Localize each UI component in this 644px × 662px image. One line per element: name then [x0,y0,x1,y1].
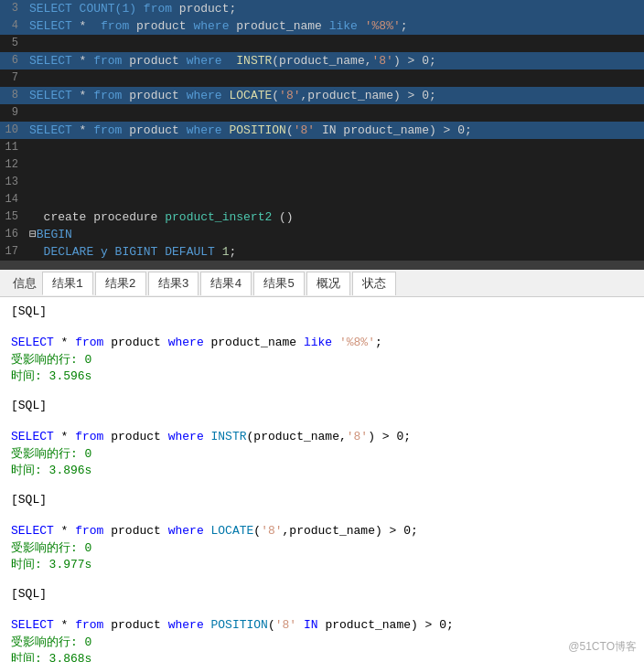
affected-rows: 受影响的行: 0 [11,351,633,368]
result-block: [SQL]SELECT * from product where INSTR(p… [11,399,633,478]
code-line-17: 17 DECLARE y BIGINT DEFAULT 1; [0,243,644,261]
sql-label: [SQL] [11,304,633,318]
line-content: SELECT * from product where product_name… [26,17,644,35]
line-content: SELECT * from product where POSITION('8'… [26,122,644,139]
code-line-13: 13 [0,174,644,191]
time-label: 时间: 3.977s [11,556,633,572]
tab-bar: 信息 结果1结果2结果3结果4结果5概况状态 [0,270,644,297]
sql-label: [SQL] [11,587,633,601]
sql-code: SELECT * from product where product_name… [11,336,633,349]
sql-label: [SQL] [11,399,633,412]
result-block: [SQL]SELECT * from product where product… [11,304,633,384]
tab-info-label: 信息 [7,272,42,295]
line-number: 17 [0,243,26,261]
line-number: 5 [0,35,26,52]
code-line-5: 5 [0,35,644,52]
code-line-11: 11 [0,139,644,156]
line-content: SELECT * from product where INSTR(produc… [26,52,644,69]
line-content: create procedure product_insert2 () [26,208,644,226]
sql-code: SELECT * from product where POSITION('8'… [11,618,633,632]
time-label: 时间: 3.596s [11,368,633,384]
tab-结果3[interactable]: 结果3 [148,272,199,295]
code-lines: 3SELECT COUNT(1) from product;4SELECT * … [0,0,644,261]
sql-code: SELECT * from product where INSTR(produc… [11,430,633,443]
tab-状态[interactable]: 状态 [352,272,396,295]
line-number: 9 [0,104,26,122]
results-area[interactable]: [SQL]SELECT * from product where product… [0,297,644,662]
line-number: 12 [0,156,26,174]
watermark: @51CTO博客 [568,639,637,655]
code-line-6: 6SELECT * from product where INSTR(produ… [0,52,644,69]
code-line-4: 4SELECT * from product where product_nam… [0,17,644,35]
code-line-16: 16⊟BEGIN [0,226,644,243]
affected-rows: 受影响的行: 0 [11,634,633,650]
line-number: 10 [0,122,26,139]
sql-label: [SQL] [11,493,633,507]
horizontal-scrollbar[interactable] [0,261,644,270]
line-number: 6 [0,52,26,69]
line-number: 8 [0,87,26,104]
code-line-10: 10SELECT * from product where POSITION('… [0,122,644,139]
code-line-15: 15 create procedure product_insert2 () [0,208,644,226]
line-number: 11 [0,139,26,156]
line-number: 4 [0,17,26,35]
time-label: 时间: 3.896s [11,462,633,478]
affected-rows: 受影响的行: 0 [11,539,633,556]
code-line-9: 9 [0,104,644,122]
line-number: 14 [0,191,26,208]
sql-code: SELECT * from product where LOCATE('8',p… [11,524,633,538]
line-content: SELECT COUNT(1) from product; [26,0,644,17]
code-line-8: 8SELECT * from product where LOCATE('8',… [0,87,644,104]
code-line-14: 14 [0,191,644,208]
line-number: 3 [0,0,26,17]
line-content: SELECT * from product where LOCATE('8',p… [26,87,644,104]
result-block: [SQL]SELECT * from product where POSITIO… [11,587,633,662]
editor-area[interactable]: 3SELECT COUNT(1) from product;4SELECT * … [0,0,644,261]
line-content: ⊟BEGIN [26,226,644,243]
code-line-3: 3SELECT COUNT(1) from product; [0,0,644,17]
tab-结果5[interactable]: 结果5 [253,272,305,295]
line-number: 13 [0,174,26,191]
code-line-7: 7 [0,69,644,87]
line-number: 15 [0,208,26,226]
tab-结果4[interactable]: 结果4 [200,272,252,295]
line-content: DECLARE y BIGINT DEFAULT 1; [26,243,644,261]
line-number: 7 [0,69,26,87]
result-block: [SQL]SELECT * from product where LOCATE(… [11,493,633,572]
tab-结果1[interactable]: 结果1 [42,272,93,295]
affected-rows: 受影响的行: 0 [11,445,633,462]
time-label: 时间: 3.868s [11,650,633,662]
tab-概况[interactable]: 概况 [306,272,350,295]
code-line-12: 12 [0,156,644,174]
line-number: 16 [0,226,26,243]
tab-结果2[interactable]: 结果2 [95,272,146,295]
